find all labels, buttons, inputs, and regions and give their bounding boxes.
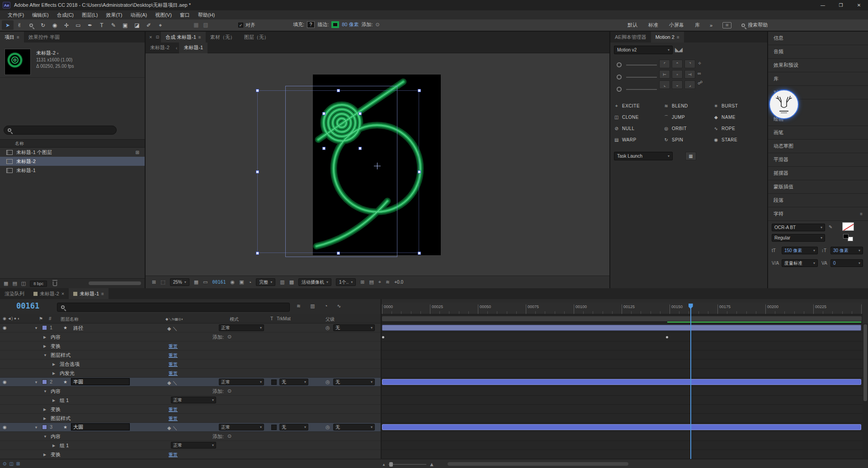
layer-switches[interactable]: ◆ ＼ xyxy=(167,425,178,431)
motion-button-jump[interactable]: ⌒JUMP xyxy=(664,112,713,123)
motion-side-icon-1[interactable]: ∞ xyxy=(698,70,703,76)
reset-link[interactable]: 重置 xyxy=(169,407,178,413)
grid-view-icon[interactable]: ▦ xyxy=(4,281,8,286)
motion-button-orbit[interactable]: ◎ORBIT xyxy=(664,123,713,134)
font-style-select[interactable]: Regular▾ xyxy=(772,234,825,242)
no-fill-swatch[interactable] xyxy=(842,222,854,231)
expander-icon[interactable]: ▶ xyxy=(52,398,55,402)
task-launch-button[interactable]: ▦ xyxy=(685,152,696,160)
blend-mode-select[interactable]: 正常▾ xyxy=(171,397,216,403)
always-preview-icon[interactable]: ⊞ xyxy=(152,279,156,285)
motion-slider-1[interactable] xyxy=(617,62,657,67)
maximize-button[interactable]: ❐ xyxy=(832,0,850,10)
property-row[interactable]: ▶变换重置 xyxy=(0,405,868,414)
panel-tab-画笔[interactable]: 画笔 xyxy=(768,126,868,140)
menu-item-帮助(H)[interactable]: 帮助(H) xyxy=(194,10,219,19)
selection-handle[interactable] xyxy=(359,147,362,150)
layer-row[interactable]: ◉▼3★大圆◆ ＼正常▾无▾◎无▾ xyxy=(0,423,868,432)
mode-select[interactable]: 正常▾ xyxy=(219,424,264,431)
visibility-eye-icon[interactable]: ◉ xyxy=(3,425,7,430)
layer-switches[interactable]: ◆ ＼ xyxy=(167,379,178,386)
motion-slider-2[interactable] xyxy=(617,75,657,80)
reset-link[interactable]: 重置 xyxy=(169,452,178,458)
panel-tab-蒙版插值[interactable]: 蒙版插值 xyxy=(768,180,868,194)
panel-tab-信息[interactable]: 信息 xyxy=(768,32,868,45)
menu-item-动画(A)[interactable]: 动画(A) xyxy=(127,10,151,19)
property-row[interactable]: ▶混合选项重置 xyxy=(0,360,868,369)
keyframe-dot[interactable] xyxy=(382,336,384,338)
expand-layers-icon[interactable]: ⊙ xyxy=(3,461,6,466)
expander-icon[interactable]: ▶ xyxy=(43,453,46,457)
selection-tool[interactable]: ➤ xyxy=(2,20,14,30)
frame-blend-icon[interactable]: ▥ xyxy=(310,303,315,309)
menu-item-效果(T)[interactable]: 效果(T) xyxy=(102,10,126,19)
panel-menu-icon[interactable]: ≡ xyxy=(860,211,863,216)
zoom-tool[interactable] xyxy=(25,20,37,30)
expander-icon[interactable]: ▶ xyxy=(43,407,46,412)
reset-link[interactable]: 重置 xyxy=(169,416,178,422)
expander-icon[interactable]: ▼ xyxy=(34,380,38,384)
zoom-slider-handle[interactable] xyxy=(389,462,393,467)
menu-item-图层(L)[interactable]: 图层(L) xyxy=(78,10,102,19)
menu-item-视图(V)[interactable]: 视图(V) xyxy=(151,10,176,19)
motion-side-icon-2[interactable]: ☍ xyxy=(698,80,703,86)
workspace-标准[interactable]: 标准 xyxy=(648,22,658,28)
trkmat-select[interactable]: 无▾ xyxy=(279,379,308,385)
timeline-tab-未标题-1[interactable]: 未标题-1≡ xyxy=(69,288,108,299)
selection-handle[interactable] xyxy=(256,252,259,255)
project-list-header[interactable]: 名称 xyxy=(0,139,145,148)
tab-project[interactable]: 项目≡ xyxy=(0,32,24,42)
show-snapshot-icon[interactable]: ▣ xyxy=(239,279,244,285)
property-row[interactable]: ▼内容添加:⊙ xyxy=(0,387,868,396)
workspace-默认[interactable]: 默认 xyxy=(627,22,637,28)
mode-column[interactable]: 模式 xyxy=(230,316,239,323)
expander-icon[interactable]: ▼ xyxy=(43,389,47,393)
project-hscrollbar[interactable] xyxy=(89,281,141,285)
selection-handle[interactable] xyxy=(256,89,259,92)
preview-comp-name[interactable]: 未标题-2 xyxy=(36,50,56,56)
selection-handle[interactable] xyxy=(322,112,326,115)
layer-color-swatch[interactable] xyxy=(42,379,47,384)
add-menu-icon[interactable]: ⊙ xyxy=(375,22,379,28)
layer-name[interactable]: 路径 xyxy=(73,325,83,332)
motion-blur-toggle-icon[interactable]: ⊞ xyxy=(16,461,20,466)
expander-icon[interactable]: ▼ xyxy=(43,435,47,439)
panel-menu-icon[interactable]: ≡ xyxy=(17,35,19,40)
camera-tool[interactable]: ◉ xyxy=(49,20,61,30)
panel-tab-音频[interactable]: 音频 xyxy=(768,45,868,59)
work-area-bar[interactable] xyxy=(382,316,862,321)
roi-icon[interactable]: ▥ xyxy=(280,279,284,285)
expander-icon[interactable]: ▶ xyxy=(52,371,55,375)
timeline-tab-渲染队列[interactable]: 渲染队列 xyxy=(0,288,29,299)
add-menu-icon[interactable]: ⊙ xyxy=(227,334,231,340)
property-row[interactable]: ▶组 1正常▾ xyxy=(0,396,868,405)
layer-name[interactable]: 半圆 xyxy=(71,378,130,385)
expander-icon[interactable]: ▼ xyxy=(34,326,38,330)
selection-handle[interactable] xyxy=(418,252,421,255)
world-axis-icon[interactable]: ▧ xyxy=(203,22,208,28)
anchor-point-icon[interactable] xyxy=(374,163,381,169)
expander-icon[interactable]: ▶ xyxy=(52,362,55,366)
dial-icon[interactable] xyxy=(617,87,622,92)
selection-handle[interactable] xyxy=(322,147,326,150)
timeline-jump-icon[interactable]: ⌖ xyxy=(378,279,381,285)
console-icon[interactable]: ⊞ xyxy=(722,22,731,28)
workspace-小屏幕[interactable]: 小屏幕 xyxy=(669,22,684,28)
close-icon[interactable]: × xyxy=(146,34,156,40)
composition-viewer[interactable] xyxy=(146,53,609,276)
blend-mode-select[interactable]: 正常▾ xyxy=(171,442,216,449)
composition-flowchart-icon[interactable]: ≋ xyxy=(297,303,301,309)
parent-pickwhip-icon[interactable]: ◎ xyxy=(326,424,330,430)
close-tab-icon[interactable]: × xyxy=(61,291,64,296)
grid-options-icon[interactable]: ▦ xyxy=(194,279,198,285)
motion-button-warp[interactable]: ▤WARP xyxy=(614,134,664,145)
menu-item-文件(F)[interactable]: 文件(F) xyxy=(4,10,28,19)
reset-link[interactable]: 重置 xyxy=(169,361,178,368)
graph-editor-icon[interactable]: ∿ xyxy=(337,303,341,309)
tab-layer[interactable]: 图层（无） xyxy=(240,32,274,42)
expander-icon[interactable]: ▼ xyxy=(34,426,38,430)
reset-link[interactable]: 重置 xyxy=(169,370,178,377)
property-row[interactable]: ▶组 1正常▾ xyxy=(0,441,868,450)
view-layout-select[interactable]: 1个..▾ xyxy=(336,278,356,286)
add-menu-icon[interactable]: ⊙ xyxy=(227,388,231,394)
